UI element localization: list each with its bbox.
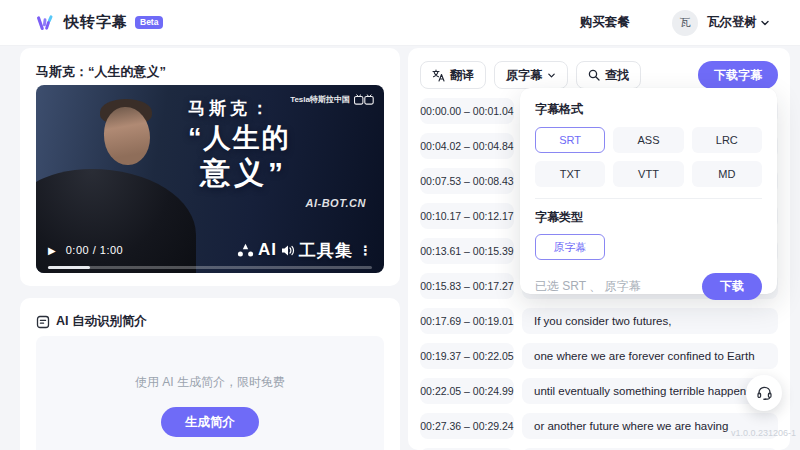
beta-badge: Beta bbox=[135, 16, 163, 29]
format-option-srt[interactable]: SRT bbox=[535, 127, 605, 153]
site-watermark: AI-BOT.CN bbox=[305, 197, 366, 209]
format-option-lrc[interactable]: LRC bbox=[692, 127, 762, 153]
subtitle-timestamp[interactable]: 00:13.61 – 00:15.39 bbox=[420, 238, 514, 264]
time-display: 0:00 / 1:00 bbox=[66, 244, 124, 256]
video-title: 马斯克：“人生的意义” bbox=[20, 48, 400, 81]
type-section-title: 字幕类型 bbox=[535, 209, 762, 226]
type-options: 原字幕 bbox=[535, 234, 762, 260]
translate-icon bbox=[432, 69, 445, 82]
subtitle-timestamp[interactable]: 00:17.69 – 00:19.01 bbox=[420, 308, 514, 334]
subtitle-timestamp[interactable]: 00:00.00 – 00:01.04 bbox=[420, 98, 514, 124]
support-fab[interactable] bbox=[746, 375, 782, 411]
track-select-dropdown[interactable]: 原字幕 bbox=[494, 61, 568, 89]
format-option-md[interactable]: MD bbox=[692, 161, 762, 187]
panel-divider bbox=[535, 198, 762, 199]
subtitle-timestamp[interactable]: 00:04.02 – 00:04.84 bbox=[420, 133, 514, 159]
subtitle-row: 00:17.69 – 00:19.01If you consider two f… bbox=[420, 308, 778, 334]
subtitle-row: 00:27.36 – 00:29.24or another future whe… bbox=[420, 413, 778, 439]
subtitle-timestamp[interactable]: 00:07.53 – 00:08.43 bbox=[420, 168, 514, 194]
selected-summary: 已选 SRT 、 原字幕 bbox=[535, 278, 641, 295]
chevron-down-icon bbox=[547, 71, 556, 80]
buy-plan-link[interactable]: 购买套餐 bbox=[580, 14, 630, 31]
subtitles-toolbar: 翻译 原字幕 查找 下载字幕 bbox=[408, 48, 790, 89]
player-controls: ▶ 0:00 / 1:00 AI bbox=[36, 237, 384, 263]
subtitle-text[interactable]: one where we are forever confined to Ear… bbox=[522, 343, 778, 369]
generate-intro-button[interactable]: 生成简介 bbox=[161, 407, 259, 437]
brand-watermark-left: AI bbox=[258, 240, 277, 260]
ai-intro-title: AI 自动识别简介 bbox=[56, 313, 147, 330]
video-progress-bar[interactable] bbox=[48, 266, 372, 269]
subtitle-row: 00:19.37 – 00:22.05one where we are fore… bbox=[420, 343, 778, 369]
translate-button[interactable]: 翻译 bbox=[420, 61, 486, 89]
ai-intro-card: AI 自动识别简介 使用 AI 生成简介，限时免费 生成简介 bbox=[20, 298, 400, 450]
format-section-title: 字幕格式 bbox=[535, 101, 762, 118]
username[interactable]: 瓦尔登树 bbox=[707, 14, 757, 31]
confirm-download-button[interactable]: 下载 bbox=[702, 273, 762, 300]
format-option-txt[interactable]: TXT bbox=[535, 161, 605, 187]
play-icon[interactable]: ▶ bbox=[48, 245, 56, 256]
video-player[interactable]: 马斯克： “人生的 意义” Tesla特斯拉中国 AI-BOT.CN ▶ 0:0… bbox=[36, 85, 384, 273]
ai-intro-box: 使用 AI 生成简介，限时免费 生成简介 bbox=[36, 336, 384, 450]
subtitle-timestamp[interactable]: 00:15.83 – 00:17.27 bbox=[420, 273, 514, 299]
subtitle-text[interactable]: If you consider two futures, bbox=[522, 308, 778, 334]
subtitle-row: 00:22.05 – 00:24.99until eventually some… bbox=[420, 378, 778, 404]
brand-watermark-right: 工具集 bbox=[299, 239, 353, 262]
volume-icon[interactable] bbox=[281, 244, 295, 257]
channel-watermark: Tesla特斯拉中国 bbox=[290, 94, 374, 105]
download-panel: 字幕格式 SRTASSLRCTXTVTTMD 字幕类型 原字幕 已选 SRT 、… bbox=[520, 88, 777, 294]
video-card: 马斯克：“人生的意义” 马斯克： “人生的 意义” Tesla特斯拉中国 AI-… bbox=[20, 48, 400, 286]
thumbnail-title: 马斯克： “人生的 意义” bbox=[188, 99, 291, 190]
subtitle-timestamp[interactable]: 00:22.05 – 00:24.99 bbox=[420, 378, 514, 404]
bilibili-icon bbox=[354, 94, 374, 105]
app-header: 快转字幕 Beta 购买套餐 瓦 瓦尔登树 bbox=[0, 0, 800, 46]
type-option-original[interactable]: 原字幕 bbox=[535, 234, 605, 260]
player-menu-icon[interactable]: ⋮ bbox=[359, 243, 372, 258]
video-progress-fill bbox=[48, 266, 90, 269]
subtitle-text[interactable]: until eventually something terrible happ… bbox=[522, 378, 778, 404]
toolset-logo-icon bbox=[237, 243, 254, 258]
app-version: v1.0.0.231206-1 bbox=[731, 428, 796, 438]
avatar[interactable]: 瓦 bbox=[672, 10, 698, 36]
app-logo[interactable]: 快转字幕 Beta bbox=[34, 12, 163, 34]
find-button[interactable]: 查找 bbox=[576, 61, 641, 89]
download-subtitles-button[interactable]: 下载字幕 bbox=[698, 61, 778, 89]
note-icon bbox=[36, 315, 50, 329]
search-icon bbox=[588, 69, 600, 81]
chevron-down-icon[interactable] bbox=[760, 18, 770, 28]
format-options: SRTASSLRCTXTVTTMD bbox=[535, 127, 762, 187]
format-option-ass[interactable]: ASS bbox=[613, 127, 683, 153]
subtitle-timestamp[interactable]: 00:19.37 – 00:22.05 bbox=[420, 343, 514, 369]
format-option-vtt[interactable]: VTT bbox=[613, 161, 683, 187]
logo-text: 快转字幕 bbox=[64, 13, 128, 32]
ai-intro-hint: 使用 AI 生成简介，限时免费 bbox=[135, 374, 285, 391]
logo-icon bbox=[34, 12, 56, 34]
headset-icon bbox=[756, 385, 773, 402]
subtitle-timestamp[interactable]: 00:10.17 – 00:12.17 bbox=[420, 203, 514, 229]
subtitle-timestamp[interactable]: 00:27.36 – 00:29.24 bbox=[420, 413, 514, 439]
